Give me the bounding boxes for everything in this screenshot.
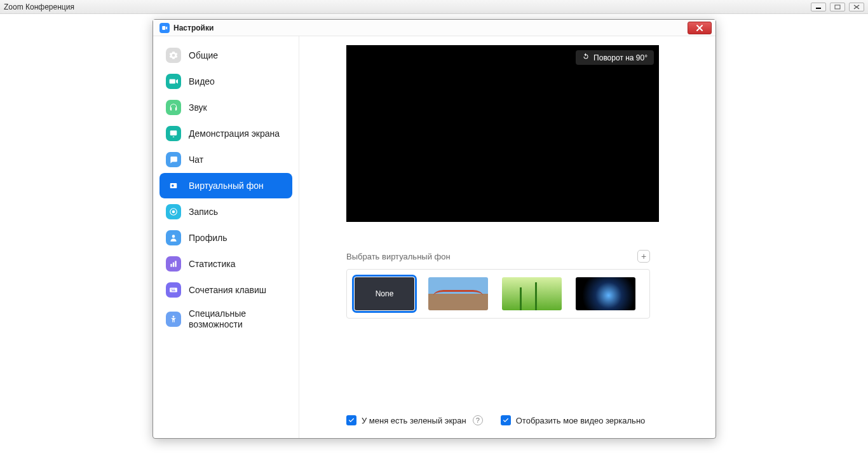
zoom-icon [159,23,170,33]
sidebar-item-label: Статистика [189,259,236,270]
vb-none-label: None [376,289,394,298]
rotate-icon [582,53,590,62]
keyboard-icon [166,282,181,298]
help-icon[interactable]: ? [473,415,483,425]
headphones-icon [166,100,181,115]
sidebar-item-chat[interactable]: Чат [159,147,292,172]
svg-rect-0 [816,8,821,9]
record-icon [166,204,181,219]
settings-dialog: Настройки Общие Видео [153,19,716,439]
vb-tile-earth[interactable] [576,277,635,310]
plus-icon: + [641,251,646,261]
share-screen-icon [166,126,181,141]
window-controls [811,3,864,11]
svg-rect-14 [174,289,175,289]
sidebar-item-virtual-background[interactable]: Виртуальный фон [159,173,292,198]
stats-icon [166,256,181,272]
sidebar-item-recording[interactable]: Запись [159,199,292,224]
svg-rect-15 [172,291,175,291]
sidebar-item-label: Видео [189,76,215,87]
svg-rect-1 [835,5,840,9]
vb-header: Выбрать виртуальный фон + [346,250,650,263]
checkbox-green-screen[interactable]: У меня есть зеленый экран ? [346,415,483,425]
close-window-button[interactable] [849,3,864,11]
app-title: Zoom Конференция [4,3,74,11]
dialog-body: Общие Видео Звук Демонстрация экрана [153,36,715,438]
green-screen-label: У меня есть зеленый экран [362,416,466,425]
vb-tile-none[interactable]: None [355,277,414,310]
vb-tile-grass[interactable] [502,277,562,310]
sidebar-item-label: Сочетания клавиш [189,285,266,296]
video-preview: Поворот на 90° [346,45,659,222]
sidebar-item-general[interactable]: Общие [159,43,292,68]
sidebar-item-label: Запись [189,207,218,217]
checkbox-checked-icon [501,415,511,425]
mirror-label: Отобразить мое видео зеркально [516,416,646,425]
vb-tile-bridge[interactable] [428,277,488,310]
dialog-close-button[interactable] [688,22,712,34]
sidebar-item-label: Виртуальный фон [189,181,264,191]
sidebar-item-label: Общие [189,50,218,61]
vb-tile-grid: None [346,269,650,319]
svg-rect-11 [170,288,177,292]
svg-rect-10 [175,261,176,266]
app-titlebar: Zoom Конференция [0,0,868,14]
vb-choose-label: Выбрать виртуальный фон [346,252,451,261]
rotate-90-button[interactable]: Поворот на 90° [576,50,654,65]
sidebar-item-label: Профиль [189,233,227,244]
sidebar-item-label: Звук [189,102,207,113]
svg-rect-12 [171,289,172,289]
accessibility-icon [166,312,181,327]
add-background-button[interactable]: + [637,250,650,263]
svg-point-16 [173,315,175,317]
sidebar-item-statistics[interactable]: Статистика [159,251,292,277]
sidebar-item-label: Демонстрация экрана [189,128,280,139]
sidebar-item-accessibility[interactable]: Специальные возможности [159,303,292,335]
video-icon [166,74,181,89]
maximize-button[interactable] [830,3,845,11]
svg-point-4 [172,184,174,187]
svg-point-7 [172,235,175,238]
svg-rect-8 [170,264,172,267]
svg-rect-9 [173,263,174,267]
chat-icon [166,152,181,167]
checkbox-mirror-video[interactable]: Отобразить мое видео зеркально [501,415,646,425]
sidebar-item-label: Специальные возможности [189,308,286,330]
dialog-header: Настройки [153,20,715,36]
sidebar-item-shortcuts[interactable]: Сочетания клавиш [159,277,292,303]
sidebar-item-label: Чат [189,155,203,165]
gear-icon [166,48,181,63]
sidebar-item-profile[interactable]: Профиль [159,225,292,251]
virtual-background-section: Выбрать виртуальный фон + None [346,250,650,319]
rotate-label: Поворот на 90° [593,53,648,62]
vb-footer-options: У меня есть зеленый экран ? Отобразить м… [334,410,696,427]
sidebar-item-video[interactable]: Видео [159,69,292,94]
dialog-title: Настройки [173,24,214,32]
checkbox-checked-icon [346,415,356,425]
sidebar-item-share-screen[interactable]: Демонстрация экрана [159,121,292,146]
profile-icon [166,230,181,245]
svg-rect-2 [170,130,177,135]
minimize-button[interactable] [811,3,826,11]
sidebar-item-audio[interactable]: Звук [159,95,292,120]
svg-point-6 [172,210,175,214]
settings-main-panel: Поворот на 90° Выбрать виртуальный фон +… [299,36,715,438]
svg-rect-13 [172,289,173,289]
virtual-bg-icon [166,178,181,193]
settings-sidebar: Общие Видео Звук Демонстрация экрана [153,36,299,438]
